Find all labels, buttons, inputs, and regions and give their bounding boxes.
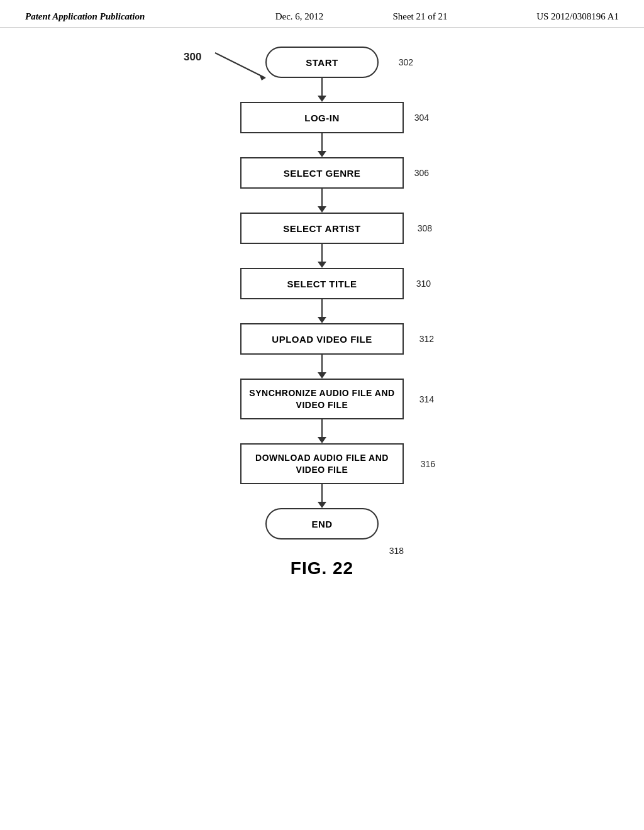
select-genre-node: SELECT GENRE <box>240 157 404 189</box>
ref-304: 304 <box>414 113 429 123</box>
sync-label-line1: SYNCHRONIZE AUDIO FILE AND <box>249 387 394 399</box>
ref-310: 310 <box>416 279 431 289</box>
start-node: START <box>265 47 379 78</box>
connector-7 <box>318 419 326 443</box>
select-title-node: SELECT TITLE <box>240 268 404 299</box>
date-label: Dec. 6, 2012 <box>239 11 360 22</box>
sheet-label: Sheet 21 of 21 <box>360 11 480 22</box>
select-genre-label: SELECT GENRE <box>284 168 361 179</box>
sync-node: SYNCHRONIZE AUDIO FILE AND VIDEO FILE <box>240 379 404 419</box>
publication-label: Patent Application Publication <box>25 11 239 22</box>
download-label-line2: VIDEO FILE <box>296 464 348 475</box>
connector-8 <box>318 484 326 508</box>
login-label: LOG-IN <box>304 113 340 123</box>
select-artist-label: SELECT ARTIST <box>283 223 360 234</box>
select-artist-node: SELECT ARTIST <box>240 213 404 244</box>
download-node: DOWNLOAD AUDIO FILE AND VIDEO FILE <box>240 443 404 484</box>
ref-314: 314 <box>419 394 434 404</box>
upload-video-node: UPLOAD VIDEO FILE <box>240 323 404 355</box>
patent-number: US 2012/0308196 A1 <box>480 11 619 22</box>
ref-302: 302 <box>399 57 413 67</box>
diagram-area: 300 START 302 LOG-IN 304 <box>0 28 644 578</box>
select-title-label: SELECT TITLE <box>287 279 357 289</box>
download-label-line1: DOWNLOAD AUDIO FILE AND <box>255 452 389 463</box>
end-node: END <box>265 508 379 540</box>
end-label: END <box>311 519 332 529</box>
figure-caption: FIG. 22 <box>291 558 353 578</box>
ref-308: 308 <box>418 223 432 233</box>
login-node: LOG-IN <box>240 102 404 133</box>
ref-300-arrow <box>209 47 272 84</box>
connector-3 <box>318 189 326 213</box>
start-label: START <box>306 57 338 68</box>
ref-318: 318 <box>389 546 404 556</box>
ref-312: 312 <box>419 334 434 344</box>
connector-5 <box>318 299 326 323</box>
connector-1 <box>318 78 326 102</box>
ref-306: 306 <box>414 168 429 178</box>
connector-2 <box>318 133 326 157</box>
connector-6 <box>318 355 326 379</box>
svg-line-0 <box>215 53 265 78</box>
ref-300-label: 300 <box>184 52 201 62</box>
upload-video-label: UPLOAD VIDEO FILE <box>272 334 372 345</box>
page-header: Patent Application Publication Dec. 6, 2… <box>0 0 644 28</box>
sync-label-line2: VIDEO FILE <box>296 399 348 411</box>
flowchart: 300 START 302 LOG-IN 304 <box>177 47 467 578</box>
connector-4 <box>318 244 326 268</box>
ref-316: 316 <box>421 459 435 469</box>
